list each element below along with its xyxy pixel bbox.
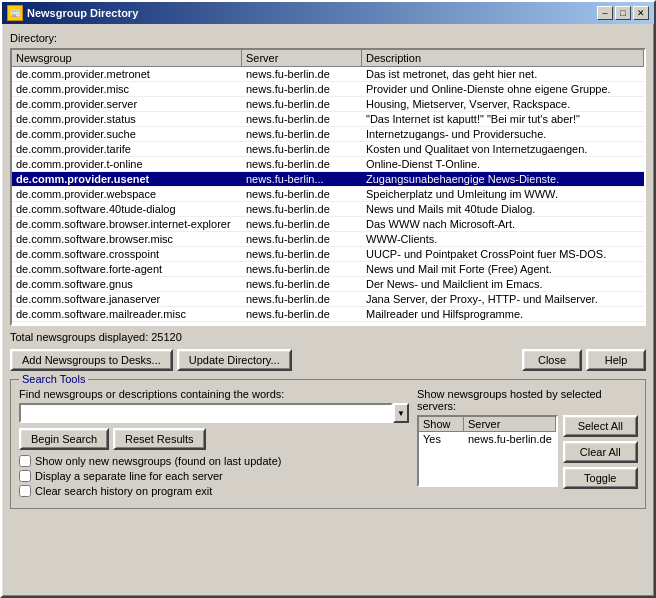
table-row[interactable]: de.comm.provider.usenetnews.fu-berlin...… [12, 172, 644, 187]
update-directory-button[interactable]: Update Directory... [177, 349, 292, 371]
help-button[interactable]: Help [586, 349, 646, 371]
combo-wrapper: ▼ [19, 403, 409, 423]
newsgroup-table-container: Newsgroup Server Description de.comm.pro… [10, 48, 646, 326]
table-row[interactable]: de.comm.provider.servernews.fu-berlin.de… [12, 97, 644, 112]
checkbox-label-2: Display a separate line for each server [35, 470, 223, 482]
minimize-button[interactable]: – [597, 6, 613, 20]
server-section: Show Server Yes news.fu-berlin.de [417, 415, 558, 491]
cell-description: Jana Server, der Proxy-, HTTP- und Mails… [362, 292, 644, 306]
table-body[interactable]: de.comm.provider.metronetnews.fu-berlin.… [12, 67, 644, 323]
checkbox-row-1: Show only new newsgroups (found on last … [19, 455, 409, 467]
combo-dropdown-button[interactable]: ▼ [393, 403, 409, 423]
cell-newsgroup: de.comm.provider.server [12, 97, 242, 111]
cell-description: News und Mail mit Forte (Free) Agent. [362, 262, 644, 276]
cell-description: Internetzugangs- und Providersuche. [362, 127, 644, 141]
cell-description: Das ist metronet, das geht hier net. [362, 67, 644, 81]
find-label: Find newsgroups or descriptions containi… [19, 388, 409, 400]
checkbox-clear-history[interactable] [19, 485, 31, 497]
toggle-button[interactable]: Toggle [563, 467, 638, 489]
cell-description: Housing, Mietserver, Vserver, Rackspace. [362, 97, 644, 111]
checkbox-new-newsgroups[interactable] [19, 455, 31, 467]
table-header: Newsgroup Server Description [12, 50, 644, 67]
table-row[interactable]: de.comm.software.crosspointnews.fu-berli… [12, 247, 644, 262]
search-row: Find newsgroups or descriptions containi… [19, 388, 637, 500]
cell-newsgroup: de.comm.provider.webspace [12, 187, 242, 201]
table-row[interactable]: de.comm.software.40tude-dialognews.fu-be… [12, 202, 644, 217]
close-button[interactable]: Close [522, 349, 582, 371]
server-header-server: Server [464, 417, 556, 431]
table-row[interactable]: de.comm.software.browser.miscnews.fu-ber… [12, 232, 644, 247]
checkbox-row-3: Clear search history on program exit [19, 485, 409, 497]
table-row[interactable]: de.comm.provider.metronetnews.fu-berlin.… [12, 67, 644, 82]
table-row[interactable]: de.comm.software.browser.internet-explor… [12, 217, 644, 232]
cell-server: news.fu-berlin.de [242, 277, 362, 291]
table-row[interactable]: de.comm.provider.statusnews.fu-berlin.de… [12, 112, 644, 127]
cell-newsgroup: de.comm.software.crosspoint [12, 247, 242, 261]
cell-description: Speicherplatz und Umleitung im WWW. [362, 187, 644, 201]
cell-server: news.fu-berlin.de [242, 187, 362, 201]
server-row[interactable]: Yes news.fu-berlin.de [419, 432, 556, 446]
server-table-container[interactable]: Show Server Yes news.fu-berlin.de [417, 415, 558, 487]
cell-newsgroup: de.comm.software.mailreader.misc [12, 307, 242, 321]
cell-description: Pegasus Mail (PMail/WinPMail). [362, 322, 644, 323]
clear-all-button[interactable]: Clear All [563, 441, 638, 463]
search-left: Find newsgroups or descriptions containi… [19, 388, 409, 500]
cell-newsgroup: de.comm.provider.status [12, 112, 242, 126]
table-row[interactable]: de.comm.provider.webspacenews.fu-berlin.… [12, 187, 644, 202]
search-right: Show newsgroups hosted by selected serve… [417, 388, 637, 500]
cell-server: news.fu-berlin.de [242, 307, 362, 321]
maximize-button[interactable]: □ [615, 6, 631, 20]
cell-newsgroup: de.comm.provider.metronet [12, 67, 242, 81]
add-newsgroups-button[interactable]: Add Newsgroups to Desks... [10, 349, 173, 371]
search-input[interactable] [19, 403, 393, 423]
header-description[interactable]: Description [362, 50, 644, 66]
table-row[interactable]: de.comm.provider.tarifenews.fu-berlin.de… [12, 142, 644, 157]
cell-description: Mailreader und Hilfsprogramme. [362, 307, 644, 321]
server-name-cell: news.fu-berlin.de [464, 432, 556, 446]
search-tools-box: Search Tools Find newsgroups or descript… [10, 379, 646, 509]
select-all-button[interactable]: Select All [563, 415, 638, 437]
window-icon: 📰 [7, 5, 23, 21]
cell-newsgroup: de.comm.provider.t-online [12, 157, 242, 171]
table-row[interactable]: de.comm.provider.suchenews.fu-berlin.deI… [12, 127, 644, 142]
cell-server: news.fu-berlin.de [242, 217, 362, 231]
begin-search-button[interactable]: Begin Search [19, 428, 109, 450]
cell-newsgroup: de.comm.provider.suche [12, 127, 242, 141]
cell-server: news.fu-berlin.de [242, 97, 362, 111]
header-newsgroup[interactable]: Newsgroup [12, 50, 242, 66]
cell-server: news.fu-berlin.de [242, 202, 362, 216]
right-buttons: Close Help [522, 349, 646, 371]
table-row[interactable]: de.comm.software.forte-agentnews.fu-berl… [12, 262, 644, 277]
cell-description: Kosten und Qualitaet von Internetzugaeng… [362, 142, 644, 156]
table-row[interactable]: de.comm.software.gnusnews.fu-berlin.deDe… [12, 277, 644, 292]
checkbox-label-1: Show only new newsgroups (found on last … [35, 455, 281, 467]
reset-results-button[interactable]: Reset Results [113, 428, 205, 450]
show-label: Show newsgroups hosted by selected serve… [417, 388, 637, 412]
cell-newsgroup: de.comm.software.browser.misc [12, 232, 242, 246]
newsgroup-directory-window: 📰 Newsgroup Directory – □ ✕ Directory: N… [0, 0, 656, 598]
header-server[interactable]: Server [242, 50, 362, 66]
checkbox-separate-line[interactable] [19, 470, 31, 482]
cell-description: Zugangsunabehaengige News-Dienste. [362, 172, 644, 186]
table-row[interactable]: de.comm.provider.miscnews.fu-berlin.dePr… [12, 82, 644, 97]
table-row[interactable]: de.comm.software.mailreader.pegasusnews.… [12, 322, 644, 323]
title-bar: 📰 Newsgroup Directory – □ ✕ [2, 2, 654, 24]
table-row[interactable]: de.comm.software.janaservernews.fu-berli… [12, 292, 644, 307]
cell-server: news.fu-berlin.de [242, 112, 362, 126]
cell-description: Der News- und Mailclient im Emacs. [362, 277, 644, 291]
cell-server: news.fu-berlin.de [242, 127, 362, 141]
table-row[interactable]: de.comm.software.mailreader.miscnews.fu-… [12, 307, 644, 322]
window-title: Newsgroup Directory [27, 7, 138, 19]
cell-server: news.fu-berlin.de [242, 67, 362, 81]
cell-newsgroup: de.comm.provider.usenet [12, 172, 242, 186]
cell-newsgroup: de.comm.software.browser.internet-explor… [12, 217, 242, 231]
server-header-show: Show [419, 417, 464, 431]
cell-newsgroup: de.comm.software.forte-agent [12, 262, 242, 276]
window-close-button[interactable]: ✕ [633, 6, 649, 20]
cell-description: Online-Dienst T-Online. [362, 157, 644, 171]
checkbox-row-2: Display a separate line for each server [19, 470, 409, 482]
checkbox-label-3: Clear search history on program exit [35, 485, 212, 497]
cell-description: "Das Internet ist kaputt!" "Bei mir tut'… [362, 112, 644, 126]
table-row[interactable]: de.comm.provider.t-onlinenews.fu-berlin.… [12, 157, 644, 172]
main-buttons: Add Newsgroups to Desks... Update Direct… [10, 349, 646, 371]
